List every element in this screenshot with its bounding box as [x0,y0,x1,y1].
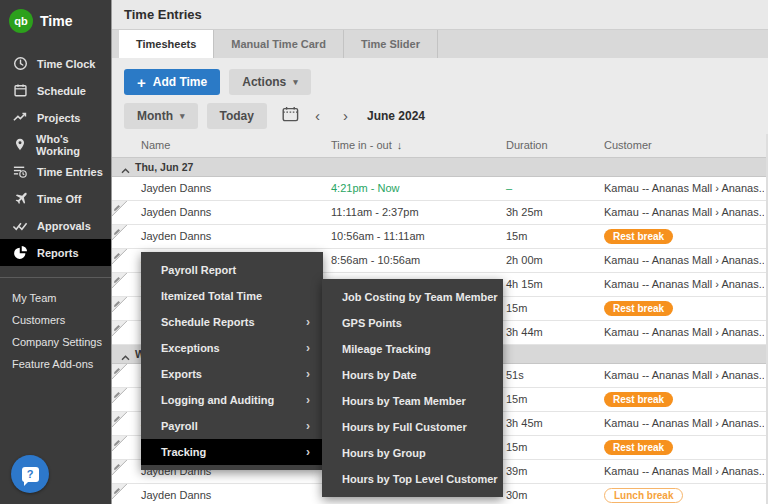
collapse-chevron-icon[interactable] [121,164,130,176]
sidebar-item-approvals[interactable]: Approvals [0,212,111,239]
menu-item-hours-by-top-level-customer[interactable]: Hours by Top Level Customer [322,466,503,492]
pencil-icon [113,461,121,473]
chevron-down-icon: ▾ [180,111,185,121]
rest-break-badge: Rest break [604,301,673,316]
sidebar-link-my-team[interactable]: My Team [0,287,111,309]
pencil-icon [113,389,121,401]
menu-item-logging-and-auditing[interactable]: Logging and Auditing› [141,387,323,413]
edit-entry-button[interactable] [112,297,127,312]
menu-item-schedule-reports[interactable]: Schedule Reports› [141,309,323,335]
table-row[interactable]: Jayden Danns10:56am - 11:11am15mRest bre… [112,225,768,249]
column-header-time[interactable]: Time in - out↓ [331,134,402,157]
column-header-customer[interactable]: Customer [604,134,652,157]
checks-icon [12,218,28,234]
edit-entry-button[interactable] [112,321,127,336]
question-mark-icon: ? [22,467,39,482]
edit-entry-button[interactable] [112,484,127,499]
next-period-button[interactable]: › [336,104,355,128]
cell-time-in-out: 10:56am - 11:11am [331,225,425,248]
today-button[interactable]: Today [207,103,267,129]
pencil-icon [113,437,121,449]
menu-item-hours-by-full-customer[interactable]: Hours by Full Customer [322,414,503,440]
menu-item-hours-by-date[interactable]: Hours by Date [322,362,503,388]
sidebar: qb Time Time ClockScheduleProjectsWho's … [0,0,111,504]
view-mode-dropdown[interactable]: Month ▾ [124,103,198,129]
menu-item-tracking[interactable]: Tracking› [141,439,323,465]
tab-timesheets[interactable]: Timesheets [119,30,214,58]
sidebar-link-customers[interactable]: Customers [0,309,111,331]
add-time-button[interactable]: + Add Time [124,69,220,95]
date-group-row[interactable]: Thu, Jun 27 [112,158,768,177]
entries-icon [12,164,28,180]
edit-entry-button[interactable] [112,364,127,379]
sidebar-item-time-entries[interactable]: Time Entries [0,158,111,185]
menu-item-mileage-tracking[interactable]: Mileage Tracking [322,336,503,362]
menu-item-label: Exceptions [161,342,220,354]
edit-entry-button[interactable] [112,225,127,240]
cell-duration: 15m [506,297,527,320]
sidebar-link-feature-add-ons[interactable]: Feature Add-ons [0,353,111,375]
calendar-picker-button[interactable] [282,106,299,126]
edit-entry-button[interactable] [112,460,127,475]
clock-icon [12,56,28,72]
sidebar-item-projects[interactable]: Projects [0,104,111,131]
collapse-chevron-icon[interactable] [121,351,130,363]
edit-entry-button[interactable] [112,412,127,427]
menu-item-label: Hours by Full Customer [342,421,467,433]
menu-item-job-costing-by-team-member[interactable]: Job Costing by Team Member [322,284,503,310]
menu-item-payroll[interactable]: Payroll› [141,413,323,439]
menu-item-label: Logging and Auditing [161,394,274,406]
sidebar-item-label: Time Entries [37,166,103,178]
menu-item-hours-by-group[interactable]: Hours by Group [322,440,503,466]
sidebar-link-company-settings[interactable]: Company Settings [0,331,111,353]
menu-item-hours-by-team-member[interactable]: Hours by Team Member [322,388,503,414]
actions-button[interactable]: Actions ▾ [229,69,311,95]
menu-item-payroll-report[interactable]: Payroll Report [141,257,323,283]
menu-item-label: Schedule Reports [161,316,255,328]
prev-period-button[interactable]: ‹ [308,104,327,128]
cell-duration: 3h 44m [506,321,543,344]
tab-time-slider[interactable]: Time Slider [344,30,438,58]
add-time-label: Add Time [153,75,207,89]
menu-item-exceptions[interactable]: Exceptions› [141,335,323,361]
brand-logo[interactable]: qb Time [0,0,111,35]
pencil-icon [113,274,121,286]
table-header: Name Time in - out↓ Duration Customer [112,134,768,158]
cell-duration: 30m [506,484,527,504]
sidebar-item-schedule[interactable]: Schedule [0,77,111,104]
time-column-label: Time in - out [331,139,392,151]
table-row[interactable]: Jayden Danns11:11am - 2:37pm3h 25mKamau … [112,201,768,225]
sidebar-item-time-off[interactable]: Time Off [0,185,111,212]
cell-time-in-out: 11:11am - 2:37pm [331,201,419,224]
cell-time-in-out: 8:56am - 10:56am [331,249,420,272]
calendar-icon [282,106,299,126]
submenu-arrow-icon: › [306,335,310,361]
month-label: Month [137,109,173,123]
pencil-icon [113,202,121,214]
table-row[interactable]: Jayden Danns4:21pm - Now–Kamau -- Ananas… [112,177,768,201]
menu-item-exports[interactable]: Exports› [141,361,323,387]
help-button[interactable]: ? [11,455,49,493]
rest-break-badge: Rest break [604,440,673,455]
edit-entry-button[interactable] [112,201,127,216]
actions-label: Actions [242,75,286,89]
sidebar-item-time-clock[interactable]: Time Clock [0,50,111,77]
cell-customer: Rest break [604,388,764,411]
column-header-duration[interactable]: Duration [506,134,548,157]
sidebar-item-label: Who's Working [36,133,111,157]
tab-manual-time-card[interactable]: Manual Time Card [214,30,344,58]
app-window: qb Time Time ClockScheduleProjectsWho's … [0,0,768,504]
column-header-name[interactable]: Name [141,134,170,157]
sort-desc-icon: ↓ [397,139,403,151]
edit-entry-button[interactable] [112,249,127,264]
sidebar-item-who-s-working[interactable]: Who's Working [0,131,111,158]
menu-item-itemized-total-time[interactable]: Itemized Total Time [141,283,323,309]
menu-item-label: Payroll [161,420,198,432]
edit-entry-button[interactable] [112,273,127,288]
edit-entry-button[interactable] [112,436,127,451]
edit-entry-button[interactable] [112,388,127,403]
sidebar-item-reports[interactable]: Reports [0,239,111,266]
calendar-icon [12,83,28,99]
current-period-label: June 2024 [367,109,425,123]
menu-item-gps-points[interactable]: GPS Points [322,310,503,336]
